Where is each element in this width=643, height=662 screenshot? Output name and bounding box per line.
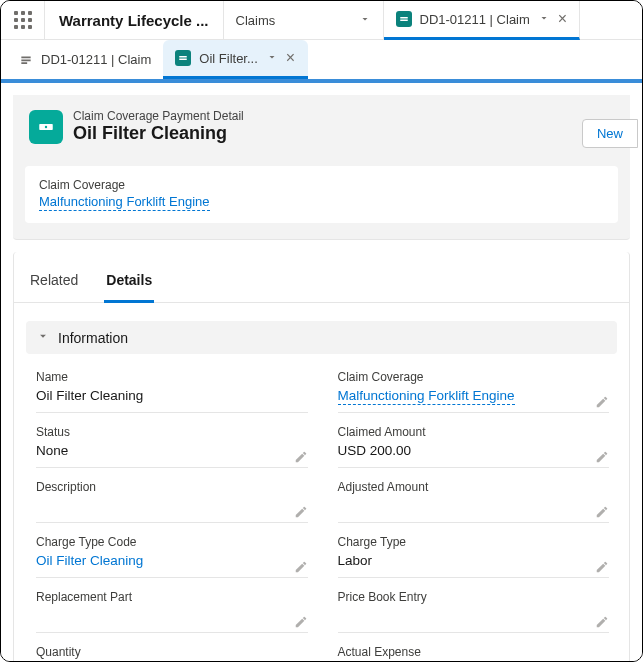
app-launcher-button[interactable] bbox=[1, 1, 45, 39]
field-actual-expense: Actual Expense bbox=[338, 639, 610, 661]
edit-icon[interactable] bbox=[595, 450, 609, 464]
field-adjusted-amount: Adjusted Amount bbox=[338, 474, 610, 529]
close-icon[interactable]: × bbox=[286, 50, 295, 66]
header-highlight-panel: Claim Coverage Malfunctioning Forklift E… bbox=[25, 166, 618, 223]
edit-icon[interactable] bbox=[595, 395, 609, 409]
svg-point-1 bbox=[45, 125, 47, 127]
field-status: Status None bbox=[36, 419, 308, 474]
field-value: USD 200.00 bbox=[338, 443, 610, 468]
field-quantity: Quantity 1 bbox=[36, 639, 308, 661]
field-name: Name Oil Filter Cleaning bbox=[36, 364, 308, 419]
workspace-subtabs: DD1-01211 | Claim Oil Filter... × bbox=[1, 40, 642, 79]
section-title: Information bbox=[58, 330, 128, 346]
chevron-down-icon bbox=[36, 329, 50, 346]
new-button[interactable]: New bbox=[582, 119, 638, 148]
field-value bbox=[338, 498, 610, 523]
edit-icon[interactable] bbox=[595, 505, 609, 519]
nav-tab-label: DD1-01211 | Claim bbox=[420, 12, 530, 27]
field-value bbox=[36, 608, 308, 633]
tab-details[interactable]: Details bbox=[104, 262, 154, 303]
subtab-label: DD1-01211 | Claim bbox=[41, 52, 151, 67]
field-claimed-amount: Claimed Amount USD 200.00 bbox=[338, 419, 610, 474]
field-label: Replacement Part bbox=[36, 590, 308, 604]
tab-related[interactable]: Related bbox=[28, 262, 80, 302]
field-description: Description bbox=[36, 474, 308, 529]
record-icon bbox=[396, 11, 412, 27]
edit-icon[interactable] bbox=[595, 560, 609, 574]
record-type-icon bbox=[29, 110, 63, 144]
field-value[interactable]: Oil Filter Cleaning bbox=[36, 553, 308, 578]
chevron-down-icon[interactable] bbox=[359, 13, 371, 28]
field-charge-type-code: Charge Type Code Oil Filter Cleaning bbox=[36, 529, 308, 584]
field-label: Claim Coverage bbox=[338, 370, 610, 384]
claim-coverage-link[interactable]: Malfunctioning Forklift Engine bbox=[39, 194, 210, 211]
field-label: Name bbox=[36, 370, 308, 384]
edit-icon[interactable] bbox=[595, 615, 609, 629]
subtab-claim[interactable]: DD1-01211 | Claim bbox=[7, 40, 163, 79]
section-header[interactable]: Information bbox=[26, 321, 617, 354]
field-label: Actual Expense bbox=[338, 645, 610, 659]
field-label: Adjusted Amount bbox=[338, 480, 610, 494]
field-value[interactable]: Malfunctioning Forklift Engine bbox=[338, 388, 610, 413]
close-icon[interactable]: × bbox=[558, 11, 567, 27]
field-label: Status bbox=[36, 425, 308, 439]
edit-icon[interactable] bbox=[294, 505, 308, 519]
edit-icon[interactable] bbox=[294, 615, 308, 629]
field-label: Charge Type bbox=[338, 535, 610, 549]
subtab-oil-filter[interactable]: Oil Filter... × bbox=[163, 40, 308, 79]
record-icon bbox=[175, 50, 191, 66]
field-label: Price Book Entry bbox=[338, 590, 610, 604]
field-label: Quantity bbox=[36, 645, 308, 659]
workspace-canvas: Claim Coverage Payment Detail Oil Filter… bbox=[1, 79, 642, 661]
record-icon bbox=[19, 53, 33, 67]
fields-grid: Name Oil Filter Cleaning Claim Coverage … bbox=[26, 354, 617, 661]
nav-tab-claim-record[interactable]: DD1-01211 | Claim × bbox=[384, 1, 581, 40]
field-charge-type: Charge Type Labor bbox=[338, 529, 610, 584]
edit-icon[interactable] bbox=[294, 560, 308, 574]
field-value: Oil Filter Cleaning bbox=[36, 388, 308, 413]
record-body: Related Details Information Name Oil Fil… bbox=[13, 252, 630, 661]
record-header-object-label: Claim Coverage Payment Detail bbox=[73, 109, 244, 123]
page-content: Claim Coverage Payment Detail Oil Filter… bbox=[1, 95, 642, 661]
field-value: None bbox=[36, 443, 308, 468]
app-launcher-icon bbox=[14, 11, 32, 29]
record-header: Claim Coverage Payment Detail Oil Filter… bbox=[13, 95, 630, 240]
field-value bbox=[338, 608, 610, 633]
field-label: Description bbox=[36, 480, 308, 494]
field-value bbox=[36, 498, 308, 523]
nav-tab-claims[interactable]: Claims bbox=[224, 1, 384, 39]
nav-tab-label: Claims bbox=[236, 13, 351, 28]
chevron-down-icon[interactable] bbox=[538, 12, 550, 27]
field-label: Claimed Amount bbox=[338, 425, 610, 439]
field-value: Labor bbox=[338, 553, 610, 578]
record-title: Oil Filter Cleaning bbox=[73, 123, 244, 144]
field-replacement-part: Replacement Part bbox=[36, 584, 308, 639]
edit-icon[interactable] bbox=[294, 450, 308, 464]
chevron-down-icon[interactable] bbox=[266, 51, 278, 66]
field-claim-coverage: Claim Coverage Malfunctioning Forklift E… bbox=[338, 364, 610, 419]
field-label: Charge Type Code bbox=[36, 535, 308, 549]
section-information: Information Name Oil Filter Cleaning Cla… bbox=[26, 321, 617, 661]
record-body-tabs: Related Details bbox=[14, 262, 629, 303]
global-nav: Warranty Lifecycle ... Claims DD1-01211 … bbox=[1, 1, 642, 40]
field-price-book-entry: Price Book Entry bbox=[338, 584, 610, 639]
app-name: Warranty Lifecycle ... bbox=[45, 1, 224, 39]
field-label: Claim Coverage bbox=[39, 178, 604, 192]
subtab-label: Oil Filter... bbox=[199, 51, 258, 66]
